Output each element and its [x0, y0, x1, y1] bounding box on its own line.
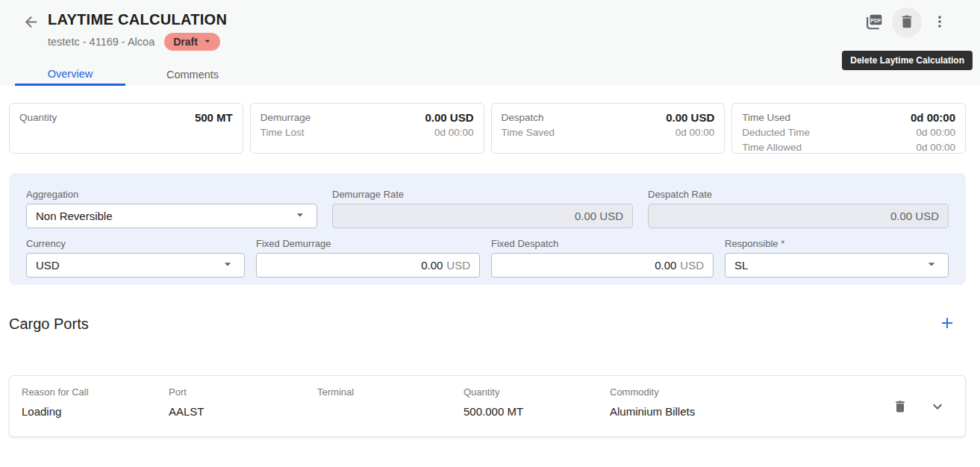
- column-header-port: Port: [169, 386, 317, 398]
- chevron-down-icon: [928, 398, 946, 418]
- cell-port: AALST: [169, 405, 317, 418]
- card-label: Quantity: [19, 110, 57, 125]
- column-header-reason: Reason for Call: [22, 386, 169, 398]
- page-title: LAYTIME CALCULATION: [48, 11, 227, 28]
- card-label: Despatch: [502, 110, 544, 125]
- fixed-despatch-input[interactable]: 0.00 USD: [491, 253, 714, 278]
- trash-icon: [899, 13, 915, 32]
- caret-down-icon: [293, 207, 308, 225]
- card-value: 0d 00:00: [911, 110, 955, 125]
- despatch-rate-label: Despatch Rate: [648, 189, 949, 200]
- summary-card-despatch: Despatch 0.00 USD Time Saved 0d 00:00: [491, 103, 725, 154]
- pdf-icon: PDF: [864, 12, 884, 34]
- card-value: 0.00 USD: [666, 110, 714, 125]
- voyage-subtitle: testetc - 41169 - Alcoa: [48, 36, 155, 48]
- fixed-demurrage-value: 0.00: [421, 259, 443, 272]
- fixed-demurrage-label: Fixed Demurrage: [256, 238, 480, 249]
- delete-cargo-port-button[interactable]: [890, 398, 910, 418]
- trash-icon: [893, 399, 908, 416]
- cell-quantity: 500.000 MT: [464, 405, 610, 418]
- expand-cargo-port-button[interactable]: [928, 398, 947, 418]
- laytime-terms-panel: Aggregation Non Reversible Demurrage Rat…: [9, 173, 966, 285]
- caret-down-icon: [924, 257, 939, 274]
- despatch-rate-field: 0.00 USD: [648, 204, 949, 228]
- currency-select[interactable]: USD: [26, 253, 245, 278]
- export-pdf-button[interactable]: PDF: [859, 7, 889, 37]
- status-badge[interactable]: Draft: [164, 33, 220, 51]
- card-value: 0.00 USD: [425, 110, 473, 125]
- kebab-menu-icon: [931, 13, 948, 32]
- column-header-terminal: Terminal: [317, 386, 464, 398]
- currency-label: Currency: [26, 238, 245, 249]
- fixed-despatch-value: 0.00: [655, 259, 676, 272]
- plus-icon: [938, 314, 956, 334]
- column-header-quantity: Quantity: [464, 386, 610, 398]
- summary-card-time-used: Time Used 0d 00:00 Deducted Time 0d 00:0…: [731, 103, 966, 154]
- cell-commodity: Aluminium Billets: [610, 405, 890, 418]
- tab-comments[interactable]: Comments: [125, 60, 260, 86]
- aggregation-label: Aggregation: [26, 189, 317, 200]
- caret-down-icon: [202, 35, 213, 49]
- card-label: Demurrage: [260, 110, 311, 125]
- arrow-left-icon: [22, 13, 40, 33]
- card-label: Time Lost: [260, 125, 305, 140]
- card-value: 500 MT: [195, 110, 233, 125]
- tab-bar: Overview Comments: [15, 60, 260, 86]
- delete-tooltip: Delete Laytime Calculation: [842, 51, 973, 70]
- fixed-demurrage-unit: USD: [446, 259, 470, 272]
- fixed-demurrage-input[interactable]: 0.00 USD: [256, 253, 480, 278]
- add-cargo-port-button[interactable]: [936, 313, 958, 335]
- column-header-commodity: Commodity: [610, 386, 890, 398]
- responsible-value: SL: [734, 259, 748, 272]
- despatch-rate-value: 0.00 USD: [890, 210, 939, 222]
- delete-button[interactable]: [892, 7, 922, 37]
- card-value: 0d 00:00: [916, 125, 955, 140]
- currency-value: USD: [36, 259, 60, 272]
- svg-text:PDF: PDF: [870, 17, 881, 23]
- demurrage-rate-field: 0.00 USD: [332, 204, 633, 228]
- more-options-button[interactable]: [925, 7, 955, 37]
- demurrage-rate-label: Demurrage Rate: [332, 189, 633, 200]
- demurrage-rate-value: 0.00 USD: [575, 210, 623, 222]
- status-badge-label: Draft: [173, 36, 198, 48]
- cargo-port-row: Reason for Call Loading Port AALST Termi…: [9, 375, 966, 437]
- cell-reason-for-call: Loading: [22, 405, 169, 418]
- card-label: Deducted Time: [742, 125, 810, 140]
- laytime-calculation-page: LAYTIME CALCULATION testetc - 41169 - Al…: [0, 0, 980, 467]
- responsible-label: Responsible *: [725, 238, 949, 249]
- page-header: LAYTIME CALCULATION testetc - 41169 - Al…: [0, 0, 980, 86]
- card-label: Time Used: [742, 110, 790, 125]
- aggregation-select[interactable]: Non Reversible: [26, 204, 317, 228]
- summary-cards-row: Quantity 500 MT Demurrage 0.00 USD Time …: [9, 103, 966, 154]
- fixed-despatch-unit: USD: [680, 259, 704, 272]
- fixed-despatch-label: Fixed Despatch: [491, 238, 714, 249]
- back-button[interactable]: [21, 13, 40, 33]
- tab-overview[interactable]: Overview: [15, 60, 125, 86]
- summary-card-demurrage: Demurrage 0.00 USD Time Lost 0d 00:00: [250, 103, 484, 154]
- card-label: Time Saved: [502, 125, 555, 140]
- aggregation-value: Non Reversible: [36, 210, 113, 222]
- card-value: 0d 00:00: [916, 140, 955, 155]
- responsible-select[interactable]: SL: [725, 253, 949, 278]
- card-value: 0d 00:00: [434, 125, 474, 140]
- card-label: Time Allowed: [742, 140, 802, 155]
- card-value: 0d 00:00: [675, 125, 715, 140]
- caret-down-icon: [220, 257, 235, 274]
- summary-card-quantity: Quantity 500 MT: [9, 103, 243, 154]
- cargo-ports-heading: Cargo Ports: [9, 316, 89, 333]
